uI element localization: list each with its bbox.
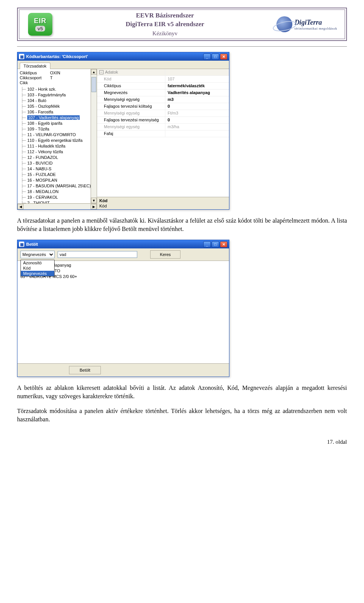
globe-icon: [276, 16, 292, 32]
prop-label: Kód: [97, 76, 165, 82]
app-icon: ▦: [19, 54, 24, 59]
prop-value[interactable]: 0: [165, 117, 229, 123]
prop-label: Fajlagos tervezési költség: [97, 103, 165, 110]
maximize-button[interactable]: □: [212, 241, 219, 248]
tree-item[interactable]: 112 - Vékony tűzifa: [20, 149, 97, 155]
tree-item[interactable]: 12 - FUNDAZOL: [20, 155, 97, 160]
tree-pane: CikktípusOXINCikkcsoportTCikk 102 - Honk…: [17, 69, 97, 209]
properties-pane: −AdatokKód107Cikktípusfatermék/választék…: [97, 69, 229, 209]
close-button[interactable]: ✕: [220, 241, 228, 248]
prop-label: Megnevezés: [97, 90, 165, 96]
page-header: EIR v5 EEVR Bázisrendszer DigiTerra EIR …: [17, 8, 347, 41]
search-button[interactable]: Keres: [150, 250, 180, 259]
filter-label: Cikkcsoport: [20, 75, 47, 80]
tree-item[interactable]: 110 - Egyéb energetikai tűzifa: [20, 138, 97, 143]
scroll-down-button[interactable]: ▼: [91, 198, 97, 203]
tree-item[interactable]: 18 - MEDALLON: [20, 189, 97, 195]
titlebar[interactable]: ▦ Betölt _ □ ✕: [17, 240, 229, 248]
window-kodkarbantartas: ▦ Kódkarbantartás: 'Cikkcsoport' _ □ ✕ T…: [17, 52, 229, 210]
footer-value: Kód: [99, 203, 227, 209]
divider: [17, 46, 347, 47]
window-betolt: ▦ Betölt _ □ ✕ AzonosítóKódMegnevezés Ke…: [17, 240, 229, 377]
page-number: 17. oldal: [17, 439, 347, 445]
bottom-bar: Betölt: [17, 363, 229, 377]
props-header-label: Adatok: [105, 70, 118, 74]
tree-item[interactable]: 16 - MOSPILAN: [20, 177, 97, 183]
tree-item[interactable]: 15 - FUZILADE: [20, 172, 97, 177]
scroll-up-button[interactable]: ▲: [91, 69, 97, 75]
scroll-right-button[interactable]: ▶: [91, 204, 97, 209]
maximize-button[interactable]: □: [212, 53, 219, 60]
tree-item[interactable]: 14 - NABU-S: [20, 166, 97, 172]
vertical-scrollbar[interactable]: ▲ ▼: [91, 69, 97, 203]
prop-value[interactable]: m3/ha: [165, 124, 229, 130]
tree-item[interactable]: 2 - THIOVIT: [20, 200, 97, 203]
prop-value[interactable]: 107: [165, 76, 229, 82]
eir-logo: EIR v5: [19, 10, 61, 39]
eir-logo-text: EIR: [34, 17, 46, 25]
minimize-button[interactable]: _: [203, 241, 211, 248]
digiterra-sub: térinformatikai megoldások: [295, 27, 337, 30]
properties-footer: Kód Kód: [97, 197, 229, 209]
filter-label: Cikk: [20, 80, 47, 85]
prop-label: Mennyiségi egység: [97, 124, 165, 130]
app-icon: ▦: [19, 242, 24, 247]
prop-value[interactable]: fatermék/választék: [165, 83, 229, 89]
prop-label: Fafaj: [97, 130, 165, 137]
prop-value[interactable]: [165, 130, 229, 137]
paragraph-1: A törzsadatokat a panelen a menüből vála…: [17, 217, 347, 233]
search-select-popup[interactable]: AzonosítóKódMegnevezés: [20, 260, 55, 276]
tree-list[interactable]: 102 - Honk szk.103 - Fagyártmányfa104 - …: [17, 86, 97, 203]
prop-value[interactable]: Ft/m3: [165, 110, 229, 116]
eir-logo-version: v5: [35, 26, 45, 31]
collapse-icon[interactable]: −: [99, 70, 104, 74]
close-button[interactable]: ✕: [220, 53, 228, 60]
prop-label: Mennyiségi egység: [97, 96, 165, 103]
tree-item[interactable]: 107 - Vadkerítés alapanyag: [20, 115, 97, 121]
tree-item[interactable]: 104 - Buló: [20, 98, 97, 104]
search-field-select[interactable]: AzonosítóKódMegnevezés: [20, 251, 55, 258]
tree-item[interactable]: 108 - Egyéb iparifa: [20, 121, 97, 126]
prop-label: Cikktípus: [97, 83, 165, 89]
load-button[interactable]: Betölt: [69, 366, 101, 374]
prop-value[interactable]: 0: [165, 103, 229, 110]
header-title-2: DigiTerra EIR v5 alrendszer: [126, 20, 204, 29]
tree-item[interactable]: 13 - BUVICID: [20, 160, 97, 166]
header-title-1: EEVR Bázisrendszer: [136, 11, 194, 20]
horizontal-scrollbar[interactable]: ◀ ▶: [17, 203, 97, 209]
tree-item[interactable]: 102 - Honk szk.: [20, 86, 97, 92]
digiterra-name: DigiTerra: [295, 19, 322, 26]
window-title: Betölt: [26, 242, 38, 247]
scroll-left-button[interactable]: ◀: [17, 204, 24, 209]
search-input[interactable]: [58, 251, 137, 258]
tree-item[interactable]: 103 - Fagyártmányfa: [20, 92, 97, 98]
tree-item[interactable]: 109 - Tűzifa: [20, 126, 97, 132]
tree-item[interactable]: 17 - BASUDIN (MARSHAL 25\EC): [20, 183, 97, 189]
paragraph-3: Törzsadatok módosítása a panelen aktív é…: [17, 407, 347, 423]
select-option[interactable]: Megnevezés: [21, 271, 54, 276]
tree-item[interactable]: 19 - CERVAKOL: [20, 195, 97, 200]
minimize-button[interactable]: _: [203, 53, 211, 60]
tab-torzsadatok[interactable]: Törzsadatok: [20, 63, 50, 69]
prop-label: Fajlagos tervezési mennyiség: [97, 117, 165, 123]
tree-item[interactable]: 11 - VELPAR-GYOMIRTO: [20, 132, 97, 138]
prop-value[interactable]: Vadkerítés alapanyag: [165, 90, 229, 96]
scroll-thumb[interactable]: [91, 77, 96, 92]
searchbar: AzonosítóKódMegnevezés Keres: [17, 248, 229, 261]
tabstrip: Törzsadatok: [17, 61, 229, 69]
filter-value: T: [50, 75, 53, 80]
tree-item[interactable]: 111 - Hulladék tűzifa: [20, 143, 97, 149]
digiterra-logo: DigiTerra térinformatikai megoldások: [269, 10, 345, 39]
header-manual: Kézikönyv: [152, 30, 177, 37]
footer-label: Kód: [99, 198, 227, 203]
select-option[interactable]: Azonosító: [21, 260, 54, 265]
tree-item[interactable]: 105 - Oszlopfélék: [20, 104, 97, 109]
window-title: Kódkarbantartás: 'Cikkcsoport': [26, 54, 88, 59]
titlebar[interactable]: ▦ Kódkarbantartás: 'Cikkcsoport' _ □ ✕: [17, 52, 229, 61]
prop-value[interactable]: m3: [165, 96, 229, 103]
tree-item[interactable]: 106 - Farostfa: [20, 109, 97, 115]
paragraph-2: A betöltés az ablakon kikeresett adatokk…: [17, 384, 347, 400]
filter-label: Cikktípus: [20, 71, 47, 75]
select-option[interactable]: Kód: [21, 265, 54, 271]
filter-value: OXIN: [50, 71, 60, 75]
